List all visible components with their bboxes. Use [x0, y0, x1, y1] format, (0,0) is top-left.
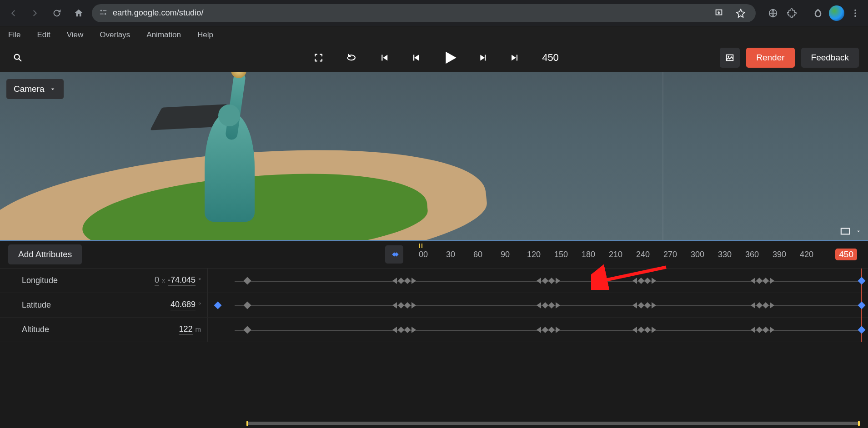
bookmark-icon[interactable]	[732, 5, 749, 22]
ruler-tick[interactable]: 390	[773, 250, 783, 259]
forward-button[interactable]	[26, 5, 44, 22]
keyframe-pair[interactable]	[632, 327, 656, 333]
go-to-start-button[interactable]	[375, 49, 393, 67]
ruler-tick[interactable]: 00	[418, 250, 429, 259]
ruler-tick[interactable]: 30	[445, 250, 456, 259]
extensions-icon[interactable]	[784, 5, 800, 21]
timeline-panel: Add Attributes 0030609012015018021024027…	[0, 241, 868, 428]
chrome-menu-icon[interactable]	[847, 5, 863, 21]
ruler-tick[interactable]: 210	[609, 250, 620, 259]
separator	[805, 8, 805, 19]
ruler-tick[interactable]: 240	[636, 250, 647, 259]
keyframe[interactable]	[244, 277, 251, 284]
menu-animation[interactable]: Animation	[146, 30, 181, 40]
timeline-row: Latitude40.689°	[0, 293, 868, 318]
keyframe-track[interactable]	[228, 293, 868, 317]
add-attributes-button[interactable]: Add Attributes	[8, 244, 82, 264]
current-frame[interactable]: 450	[542, 52, 559, 64]
playback-controls: 450	[309, 49, 559, 67]
menu-view[interactable]: View	[67, 30, 84, 40]
keyframe-pair[interactable]	[537, 302, 560, 309]
scene-viewport[interactable]: Camera	[0, 72, 868, 241]
timeline-ruler[interactable]: 0030609012015018021024027030033036039042…	[414, 250, 860, 259]
master-keyframe-button[interactable]	[385, 245, 403, 264]
work-area-start-handle[interactable]	[246, 421, 248, 426]
menu-overlays[interactable]: Overlays	[100, 30, 130, 40]
search-button[interactable]	[9, 49, 26, 66]
svg-point-5	[854, 9, 856, 11]
globe-icon[interactable]	[765, 5, 781, 21]
playhead-frame-badge[interactable]: 450	[835, 249, 857, 260]
ruler-tick[interactable]: 360	[745, 250, 756, 259]
back-button[interactable]	[5, 5, 22, 22]
scrollbar-thumb[interactable]	[247, 422, 859, 425]
play-button[interactable]	[440, 49, 458, 67]
ruler-tick[interactable]: 150	[554, 250, 565, 259]
timeline-scrollbar[interactable]	[247, 422, 859, 425]
ruler-tick[interactable]: 60	[472, 250, 483, 259]
install-app-icon[interactable]	[710, 5, 728, 22]
snapshot-button[interactable]	[720, 48, 740, 68]
keyframe[interactable]	[858, 301, 865, 309]
leaf-icon[interactable]	[810, 5, 826, 21]
site-settings-icon[interactable]	[98, 7, 108, 19]
fullscreen-button[interactable]	[309, 49, 327, 67]
render-button[interactable]: Render	[746, 48, 794, 68]
reload-button[interactable]	[48, 5, 65, 22]
keyframe[interactable]	[244, 301, 251, 309]
keyframe-pair[interactable]	[392, 278, 416, 284]
keyframe[interactable]	[858, 326, 865, 333]
keyframe-track[interactable]	[228, 269, 868, 293]
keyframe-pair[interactable]	[392, 302, 416, 309]
menu-edit[interactable]: Edit	[37, 30, 50, 40]
svg-rect-3	[100, 13, 104, 14]
loop-button[interactable]	[342, 49, 360, 67]
work-area-end-handle[interactable]	[858, 421, 860, 426]
timeline-tracks: Longitude0x-74.045°Latitude40.689°Altitu…	[0, 268, 868, 342]
aspect-ratio-dropdown[interactable]	[839, 226, 862, 236]
timeline-row: Altitude122m	[0, 318, 868, 342]
attribute-value[interactable]: -74.045	[168, 275, 196, 286]
menu-help[interactable]: Help	[197, 30, 213, 40]
ruler-tick[interactable]: 90	[500, 250, 511, 259]
ruler-tick[interactable]: 270	[663, 250, 674, 259]
feedback-button[interactable]: Feedback	[801, 48, 859, 68]
menu-file[interactable]: File	[8, 30, 20, 40]
svg-point-2	[105, 13, 106, 15]
keyframe-pair[interactable]	[632, 278, 656, 284]
ruler-tick[interactable]: 330	[718, 250, 729, 259]
keyframe-pair[interactable]	[392, 327, 416, 333]
profile-avatar[interactable]	[829, 5, 844, 21]
camera-dropdown[interactable]: Camera	[6, 79, 64, 99]
keyframe-toggle[interactable]	[207, 269, 228, 293]
keyframe[interactable]	[858, 277, 865, 284]
keyframe-track[interactable]	[228, 318, 868, 342]
keyframe-pair[interactable]	[537, 327, 560, 333]
keyframe-toggle[interactable]	[207, 293, 228, 317]
keyframe-toggle[interactable]	[207, 318, 228, 342]
step-forward-button[interactable]	[473, 49, 491, 67]
ruler-tick[interactable]: 180	[582, 250, 592, 259]
keyframe-pair[interactable]	[632, 302, 656, 309]
keyframe[interactable]	[244, 326, 251, 333]
go-to-end-button[interactable]	[506, 49, 524, 67]
app-toolbar: 450 Render Feedback	[0, 44, 868, 72]
home-button[interactable]	[70, 5, 87, 22]
ruler-tick[interactable]: 120	[527, 250, 538, 259]
keyframe-pair[interactable]	[751, 278, 774, 284]
keyframe-pair[interactable]	[537, 278, 560, 284]
svg-point-6	[854, 12, 856, 14]
ruler-tick[interactable]: 300	[691, 250, 702, 259]
attribute-cell: Latitude40.689°	[0, 300, 207, 310]
attribute-value[interactable]: 40.689	[171, 300, 196, 310]
timeline-row: Longitude0x-74.045°	[0, 269, 868, 293]
browser-toolbar: earth.google.com/studio/	[0, 0, 868, 26]
attribute-value[interactable]: 122	[179, 324, 192, 335]
keyframe-pair[interactable]	[751, 327, 774, 333]
attribute-prefix[interactable]: 0	[155, 275, 159, 286]
keyframe-pair[interactable]	[751, 302, 774, 309]
svg-point-7	[854, 15, 856, 17]
ruler-tick[interactable]: 420	[800, 250, 811, 259]
omnibox[interactable]: earth.google.com/studio/	[92, 4, 756, 22]
step-back-button[interactable]	[407, 49, 426, 67]
